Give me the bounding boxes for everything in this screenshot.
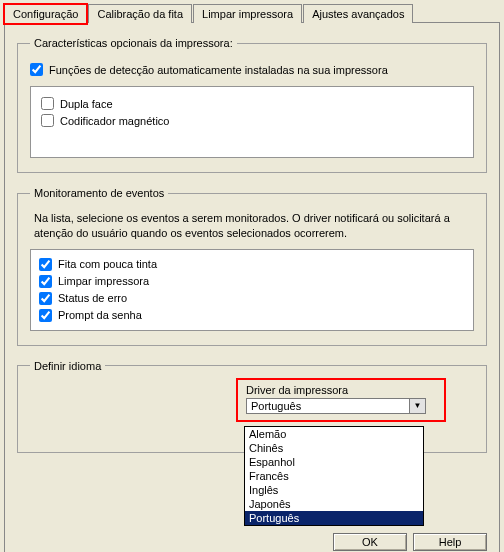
events-description: Na lista, selecione os eventos a serem m… [34,211,470,241]
checkbox-auto-detect[interactable] [30,63,43,76]
label-password-prompt: Prompt da senha [58,309,142,321]
option-chines[interactable]: Chinês [245,441,423,455]
dropdown-language[interactable]: Alemão Chinês Espanhol Francês Inglês Ja… [244,426,424,526]
legend-optional: Características opcionais da impressora: [30,37,237,49]
combo-language-value: Português [247,399,409,413]
option-alemao[interactable]: Alemão [245,427,423,441]
tab-panel: Características opcionais da impressora:… [4,22,500,552]
checkbox-low-ribbon[interactable] [39,258,52,271]
combo-language[interactable]: Português ▼ [246,398,426,414]
dialog-button-row: OK Help [333,533,487,551]
legend-events: Monitoramento de eventos [30,187,168,199]
label-clean-printer: Limpar impressora [58,275,149,287]
driver-highlight-box: Driver da impressora Português ▼ [236,378,446,422]
checkbox-duplex[interactable] [41,97,54,110]
chevron-down-icon[interactable]: ▼ [409,399,425,413]
label-mag-encoder: Codificador magnético [60,115,169,127]
label-driver: Driver da impressora [246,384,436,396]
tab-configuracao[interactable]: Configuração [4,4,87,24]
row-password-prompt: Prompt da senha [39,309,465,322]
label-duplex: Dupla face [60,98,113,110]
group-optional-features: Características opcionais da impressora:… [17,37,487,173]
option-japones[interactable]: Japonês [245,497,423,511]
row-duplex: Dupla face [41,97,463,110]
checkbox-mag-encoder[interactable] [41,114,54,127]
row-auto-detect: Funções de detecção automaticamente inst… [30,63,474,76]
option-portugues[interactable]: Português [245,511,423,525]
tab-limpar[interactable]: Limpar impressora [193,4,302,23]
tab-strip: Configuração Calibração da fita Limpar i… [4,4,504,23]
ok-button[interactable]: OK [333,533,407,551]
help-button[interactable]: Help [413,533,487,551]
option-frances[interactable]: Francês [245,469,423,483]
group-event-monitoring: Monitoramento de eventos Na lista, selec… [17,187,487,346]
row-error-status: Status de erro [39,292,465,305]
tab-calibracao[interactable]: Calibração da fita [88,4,192,23]
option-ingles[interactable]: Inglês [245,483,423,497]
label-auto-detect: Funções de detecção automaticamente inst… [49,64,388,76]
row-low-ribbon: Fita com pouca tinta [39,258,465,271]
checkbox-clean-printer[interactable] [39,275,52,288]
checkbox-password-prompt[interactable] [39,309,52,322]
label-low-ribbon: Fita com pouca tinta [58,258,157,270]
checkbox-error-status[interactable] [39,292,52,305]
row-mag-encoder: Codificador magnético [41,114,463,127]
row-clean-printer: Limpar impressora [39,275,465,288]
optional-inner-box: Dupla face Codificador magnético [30,86,474,158]
event-list: Fita com pouca tinta Limpar impressora S… [30,249,474,331]
option-espanhol[interactable]: Espanhol [245,455,423,469]
label-error-status: Status de erro [58,292,127,304]
group-language: Definir idioma Driver da impressora Port… [17,360,487,453]
legend-language: Definir idioma [30,360,105,372]
tab-ajustes[interactable]: Ajustes avançados [303,4,413,23]
